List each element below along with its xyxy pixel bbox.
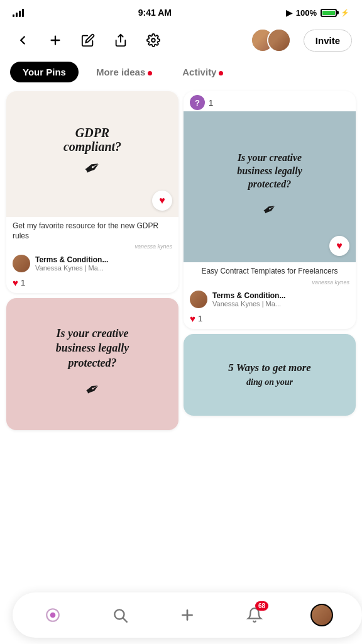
contract-blue-image: Is your creativebusiness legallyprotecte… — [184, 111, 356, 262]
tab-more-ideas[interactable]: More ideas — [84, 62, 165, 82]
tabs-bar: Your Pins More ideas Activity — [0, 58, 362, 89]
tab-your-pins[interactable]: Your Pins — [10, 62, 79, 82]
gdpr-caption: Get my favorite resource for the new GDP… — [6, 217, 178, 243]
contract-author-avatar — [190, 291, 207, 308]
pen-icon-blue: ✒ — [259, 197, 281, 221]
gdpr-pin-image: GDPRcompliant? ✒ ♥ — [6, 91, 178, 217]
signal-strength — [13, 8, 24, 17]
nav-add[interactable] — [172, 600, 202, 630]
tab-activity[interactable]: Activity — [170, 62, 236, 82]
invite-button[interactable]: Invite — [304, 30, 352, 52]
gdpr-pin-title: Terms & Condition... — [35, 255, 136, 264]
gdpr-pin-author: Vanessa Kynes | Ma... — [35, 264, 136, 272]
5ways-image: 5 Ways to get moreding on your — [184, 334, 356, 416]
nav-home[interactable] — [38, 600, 68, 630]
gdpr-pin-meta: Terms & Condition... Vanessa Kynes | Ma.… — [6, 251, 178, 277]
gdpr-likes-row: ♥ 1 — [6, 277, 178, 293]
avatar-2 — [267, 28, 291, 52]
contract-signature: vanessa kynes — [184, 279, 356, 287]
contract-pin-title: Terms & Condition... — [212, 291, 313, 300]
contract-like-count: 1 — [198, 314, 202, 323]
bolt-icon: ⚡ — [341, 9, 349, 17]
profile-avatar — [310, 604, 333, 626]
status-bar: 9:41 AM ▶ 100% ⚡ — [0, 0, 362, 23]
gdpr-heart-badge[interactable]: ♥ — [152, 191, 172, 211]
activity-dot — [219, 71, 223, 75]
contract-meta-info: Terms & Condition... Vanessa Kynes | Ma.… — [212, 291, 349, 308]
pins-grid: GDPRcompliant? ✒ ♥ Get my favorite resou… — [0, 89, 362, 487]
contract-likes-row: ♥ 1 — [184, 313, 356, 329]
gdpr-pin[interactable]: GDPRcompliant? ✒ ♥ Get my favorite resou… — [6, 91, 178, 293]
right-column: ? 1 Is your creativebusiness legallyprot… — [184, 91, 356, 430]
gdpr-signature: vanessa kynes — [6, 243, 178, 251]
add-button[interactable] — [43, 28, 68, 53]
status-right-icons: ▶ 100% ⚡ — [286, 8, 349, 18]
svg-line-7 — [123, 618, 127, 622]
share-button[interactable] — [108, 28, 133, 53]
gdpr-meta-info: Terms & Condition... Vanessa Kynes | Ma.… — [35, 255, 172, 272]
more-ideas-dot — [148, 71, 152, 75]
gdpr-author-avatar — [13, 255, 30, 272]
contract-blue-pin[interactable]: ? 1 Is your creativebusiness legallyprot… — [184, 91, 356, 329]
settings-button[interactable] — [141, 28, 166, 53]
contract-blue-heading: Is your creativebusiness legallyprotecte… — [237, 152, 302, 191]
left-column: GDPRcompliant? ✒ ♥ Get my favorite resou… — [6, 91, 178, 430]
gdpr-heading: GDPRcompliant? — [63, 126, 121, 153]
notification-badge: 68 — [255, 601, 268, 611]
small-count-label: 1 — [209, 98, 213, 108]
creative-pink-heading: Is your creativebusiness legallyprotecte… — [56, 326, 129, 370]
contract-small-meta: ? 1 — [184, 91, 356, 111]
heart-icon: ♥ — [159, 195, 165, 206]
status-time: 9:41 AM — [138, 8, 172, 18]
bottom-nav: 68 — [13, 592, 362, 638]
contract-likes-heart: ♥ — [190, 313, 195, 324]
location-icon: ▶ — [286, 8, 292, 18]
add-nav-icon — [179, 607, 195, 623]
edit-button[interactable] — [75, 28, 101, 53]
home-icon — [45, 607, 61, 623]
nav-profile[interactable] — [307, 600, 337, 630]
gdpr-heart-icon: ♥ — [13, 277, 18, 288]
contract-pin-meta: Terms & Condition... Vanessa Kynes | Ma.… — [184, 287, 356, 313]
nav-notifications[interactable]: 68 — [239, 600, 270, 630]
pen-icon-gdpr: ✒ — [79, 153, 106, 182]
contract-heart-badge[interactable]: ♥ — [329, 236, 349, 256]
back-button[interactable] — [10, 28, 35, 53]
collaborator-avatars[interactable] — [251, 28, 291, 52]
creative-pink-pin[interactable]: Is your creativebusiness legallyprotecte… — [6, 298, 178, 430]
nav-search[interactable] — [105, 600, 135, 630]
header-nav: Invite — [0, 23, 362, 58]
search-icon — [112, 607, 128, 623]
battery-icon — [321, 9, 337, 17]
contract-caption: Easy Contract Templates for Freelancers — [184, 262, 356, 279]
gdpr-like-count: 1 — [21, 278, 25, 287]
pen-icon-pink: ✒ — [81, 377, 104, 402]
svg-point-5 — [50, 613, 55, 618]
svg-point-3 — [151, 38, 155, 42]
battery-percent: 100% — [296, 8, 317, 18]
creative-pink-image: Is your creativebusiness legallyprotecte… — [6, 298, 178, 430]
5ways-pin[interactable]: 5 Ways to get moreding on your — [184, 334, 356, 416]
5ways-heading: 5 Ways to get moreding on your — [228, 361, 311, 389]
contract-pin-author: Vanessa Kynes | Ma... — [212, 300, 313, 308]
contract-heart-icon: ♥ — [336, 240, 343, 252]
small-question-avatar: ? — [190, 95, 205, 110]
